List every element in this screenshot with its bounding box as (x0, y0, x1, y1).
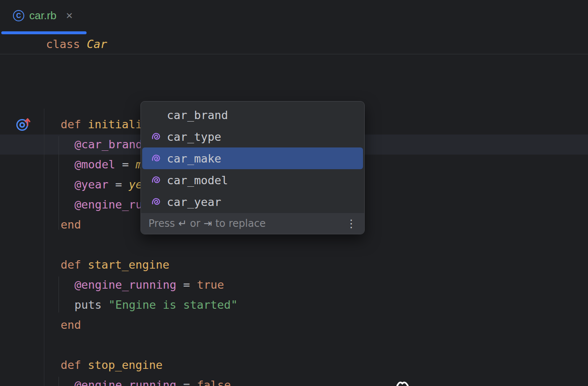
completion-item-label: car_type (167, 130, 221, 143)
code-token: = (108, 178, 129, 191)
completion-popup-footer: Press ↵ or ⇥ to replace ⋮ (141, 213, 364, 234)
completion-item-car_type[interactable]: car_type (142, 126, 363, 147)
code-token: @model (74, 158, 115, 171)
class-name: Car (87, 38, 107, 51)
code-token: @year (74, 178, 108, 191)
code-token: @engine_running (74, 278, 176, 291)
footer-text: to replace (215, 218, 266, 229)
tab-filename: car.rb (29, 9, 56, 22)
code-token: end (61, 218, 81, 231)
indent-guide (59, 277, 59, 312)
completion-item-car_brand[interactable]: car_brand (142, 104, 363, 126)
code-line[interactable]: def start_engine (0, 255, 588, 275)
code-token: true (197, 278, 224, 291)
ide-window: C car.rb ✕ class Car def initialize(car_… (0, 0, 588, 386)
code-line[interactable]: puts "Engine is started" (0, 295, 588, 315)
code-token: false (197, 378, 231, 386)
code-token: "Engine is started" (108, 298, 238, 311)
code-line[interactable]: def stop_engine (0, 355, 588, 375)
completion-item-car_year[interactable]: car_year (142, 191, 363, 213)
code-token: puts (74, 298, 108, 311)
code-token: = (176, 278, 197, 291)
ai-swirl-icon (151, 131, 161, 142)
keyword-class: class (46, 38, 87, 51)
cursor-artifact (396, 379, 409, 386)
footer-text: or (190, 218, 200, 229)
sticky-line-class-declaration[interactable]: class Car (0, 34, 588, 54)
indent-guide (59, 136, 59, 230)
code-token: @engine_running (74, 378, 176, 386)
code-token: def (61, 358, 88, 371)
ai-swirl-icon (151, 175, 161, 185)
footer-text: Press (148, 218, 175, 229)
ai-swirl-icon (151, 153, 161, 164)
code-token: def (61, 118, 88, 131)
enter-key-icon: ↵ (178, 218, 187, 229)
completion-item-label: car_brand (167, 109, 228, 122)
ai-swirl-icon (151, 196, 161, 207)
code-token: stop_engine (88, 358, 163, 371)
gutter-separator (44, 109, 44, 386)
completion-item-car_make[interactable]: car_make (142, 147, 363, 169)
completion-item-label: car_make (167, 152, 221, 165)
code-line[interactable]: @engine_running = true (0, 275, 588, 295)
recursive-call-gutter-icon[interactable] (15, 116, 32, 133)
completion-list: car_brandcar_typecar_makecar_modelcar_ye… (141, 102, 364, 213)
editor-tab-bar: C car.rb ✕ (0, 0, 588, 34)
code-token: @car_brand (74, 138, 143, 151)
tab-close-icon[interactable]: ✕ (66, 11, 73, 21)
indent-guide (59, 377, 59, 386)
code-token: = (115, 158, 136, 171)
code-line[interactable] (0, 335, 588, 355)
completion-item-label: car_model (167, 174, 228, 187)
tab-car-rb[interactable]: C car.rb ✕ (0, 0, 82, 31)
code-token: end (61, 318, 81, 331)
completion-item-label: car_year (167, 196, 221, 208)
tab-key-icon: ⇥ (204, 218, 212, 229)
completion-popup: car_brandcar_typecar_makecar_modelcar_ye… (141, 101, 365, 234)
completion-item-car_model[interactable]: car_model (142, 169, 363, 191)
ruby-class-file-icon: C (13, 10, 24, 21)
popup-menu-kebab-icon[interactable]: ⋮ (346, 218, 357, 229)
code-token: = (176, 378, 197, 386)
code-token: def (61, 258, 88, 271)
code-line[interactable]: end (0, 315, 588, 335)
code-token: start_engine (88, 258, 169, 271)
icon-placeholder (151, 109, 161, 120)
code-line[interactable] (0, 235, 588, 255)
active-tab-indicator (1, 31, 87, 34)
code-line[interactable]: @engine_running = false (0, 375, 588, 386)
